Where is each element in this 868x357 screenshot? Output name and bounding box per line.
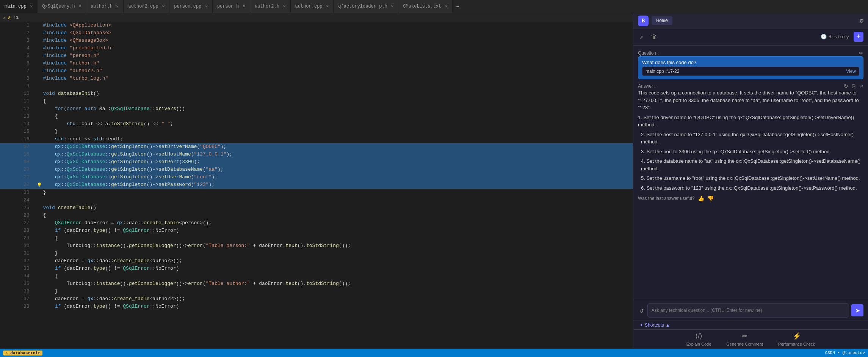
close-icon[interactable]: × (445, 4, 448, 9)
history-label: History (828, 34, 849, 40)
chat-input[interactable] (647, 303, 849, 318)
line-code-7: #include "author2.h" (43, 67, 633, 75)
question-file-ref: main.cpp #17-22 View (642, 67, 859, 76)
gutter-31 (36, 250, 43, 257)
code-line-15: 15 } (0, 128, 633, 135)
line-code-11: { (43, 98, 633, 105)
line-code-13: { (43, 113, 633, 120)
line-code-22: qx::QxSqlDatabase::getSingleton()->setPa… (43, 181, 633, 189)
tab-main-cpp[interactable]: main.cpp × (0, 0, 38, 13)
tab-person-h[interactable]: person.h × (213, 0, 250, 13)
gutter-36 (36, 288, 43, 295)
send-button[interactable]: ➤ (851, 304, 863, 316)
bito-home-tab[interactable]: Home (652, 16, 672, 25)
code-line-33: 33 if (daoError.type() != QSqlError::NoE… (0, 265, 633, 272)
tab-person-h-label: person.h (217, 4, 239, 9)
code-lines: 1 #include <QApplication> 2 #include <QS… (0, 22, 633, 310)
shortcut-explain-code[interactable]: ⟨/⟩ Explain Code (686, 332, 711, 346)
line-num-36: 36 (0, 288, 36, 295)
thumbs-up-button[interactable]: 👍 (698, 195, 704, 201)
gutter-24 (36, 197, 43, 204)
gutter-21 (36, 173, 43, 181)
answer-step-4: 5. Set the username to "root" using the … (641, 175, 863, 182)
close-icon[interactable]: × (162, 4, 165, 9)
view-link[interactable]: View (846, 69, 856, 74)
tab-author2-h-label: author2.h (255, 4, 279, 9)
line-num-32: 32 (0, 257, 36, 265)
code-content[interactable]: 1 #include <QApplication> 2 #include <QS… (0, 22, 633, 349)
close-icon[interactable]: × (326, 4, 329, 9)
close-icon[interactable]: × (391, 4, 394, 9)
delete-icon[interactable]: 🗑 (649, 32, 658, 42)
shortcut-performance-check[interactable]: ⚡ Performance Check (778, 332, 815, 346)
question-section: Question : ✏ What does this code do? mai… (638, 50, 863, 79)
shortcuts-star-icon: ✦ (639, 322, 643, 328)
copy-icon[interactable]: ⎘ (852, 83, 855, 89)
line-num-8: 8 (0, 75, 36, 82)
refresh-icon[interactable]: ↻ (844, 83, 848, 89)
close-icon[interactable]: × (79, 4, 81, 9)
line-num-30: 30 (0, 242, 36, 250)
line-code-4: #include "precompiled.h" (43, 44, 633, 52)
shortcut-generate-comment[interactable]: ✏ Generate Comment (726, 332, 763, 346)
tab-author2-h[interactable]: author2.h × (250, 0, 290, 13)
tab-qfactoryloader-label: qfactoryloader_p.h (338, 4, 387, 9)
question-text: What does this code do? (642, 60, 859, 65)
bito-input-area: ↺ ➤ (633, 300, 868, 321)
tab-author-cpp[interactable]: author.cpp × (291, 0, 334, 13)
line-code-14: std::cout << a.toStdString() << " "; (43, 120, 633, 128)
code-line-26: 26 { (0, 212, 633, 219)
line-num-3: 3 (0, 37, 36, 44)
generate-comment-label: Generate Comment (726, 342, 763, 346)
line-code-15: } (43, 128, 633, 135)
close-icon[interactable]: × (30, 4, 33, 9)
code-line-4: 4 #include "precompiled.h" (0, 44, 633, 52)
code-line-12: 12 for(const auto &a :QxSqlDatabase::dri… (0, 105, 633, 113)
gutter-7 (36, 67, 43, 75)
warning-count[interactable]: ⚠ 8 (3, 15, 11, 20)
tab-author2-cpp[interactable]: author2.cpp × (124, 0, 169, 13)
answer-text: This code sets up a connection to a data… (638, 89, 863, 192)
reset-button[interactable]: ↺ (638, 305, 645, 316)
line-code-3: #include <QMessageBox> (43, 37, 633, 44)
settings-icon[interactable]: ⚙ (860, 17, 863, 25)
explain-code-icon: ⟨/⟩ (695, 332, 702, 340)
edit-icon[interactable]: ✏ (859, 50, 863, 56)
line-code-8: #include "turbo_log.h" (43, 75, 633, 82)
history-button[interactable]: 🕐 History (821, 34, 849, 40)
shortcuts-chevron-up-icon[interactable]: ▲ (666, 322, 670, 328)
performance-check-label: Performance Check (778, 342, 815, 346)
line-code-27: QSqlError daoError = qx::dao::create_tab… (43, 219, 633, 227)
line-num-22: 22 (0, 181, 36, 189)
line-num-23: 23 (0, 189, 36, 197)
tab-person-cpp[interactable]: person.cpp × (169, 0, 213, 13)
share-icon[interactable]: ↗ (638, 31, 645, 42)
line-code-17: qx::QxSqlDatabase::getSingleton()->setDr… (43, 143, 633, 151)
tab-overflow-button[interactable]: ⋯ (453, 3, 462, 10)
tab-qfactoryloader[interactable]: qfactoryloader_p.h × (334, 0, 398, 13)
line-num-34: 34 (0, 272, 36, 280)
close-icon[interactable]: × (243, 4, 246, 9)
close-icon[interactable]: × (116, 4, 119, 9)
line-code-37: daoError = qx::dao::create_table<author2… (43, 295, 633, 303)
line-num-12: 12 (0, 105, 36, 113)
close-icon[interactable]: × (205, 4, 208, 9)
arrow-indicator: ↑1 (14, 15, 19, 20)
share-answer-icon[interactable]: ↗ (859, 83, 863, 89)
tab-cmakelists[interactable]: CMakeLists.txt × (398, 0, 452, 13)
bito-logo: B (638, 16, 649, 26)
code-editor: ⚠ 8 ↑1 1 #include <QApplication> 2 #incl… (0, 13, 633, 349)
tab-author-h[interactable]: author.h × (86, 0, 124, 13)
line-code-6: #include "author.h" (43, 60, 633, 67)
close-icon[interactable]: × (283, 4, 286, 9)
tab-qxsqlquery-h[interactable]: QxSqlQuery.h × (38, 0, 86, 13)
thumbs-down-button[interactable]: 👎 (707, 195, 714, 201)
answer-step-header: 1. Set the driver name to "QODBC" using … (638, 114, 863, 129)
gutter-14 (36, 120, 43, 128)
bito-conversation[interactable]: Question : ✏ What does this code do? mai… (633, 46, 868, 300)
question-label-text: Question : (638, 50, 659, 56)
line-num-38: 38 (0, 303, 36, 310)
status-bar: ⚠ databaseInit CSDN • @turbolov (0, 349, 868, 357)
line-code-9 (43, 82, 633, 90)
add-conversation-button[interactable]: + (854, 32, 863, 42)
